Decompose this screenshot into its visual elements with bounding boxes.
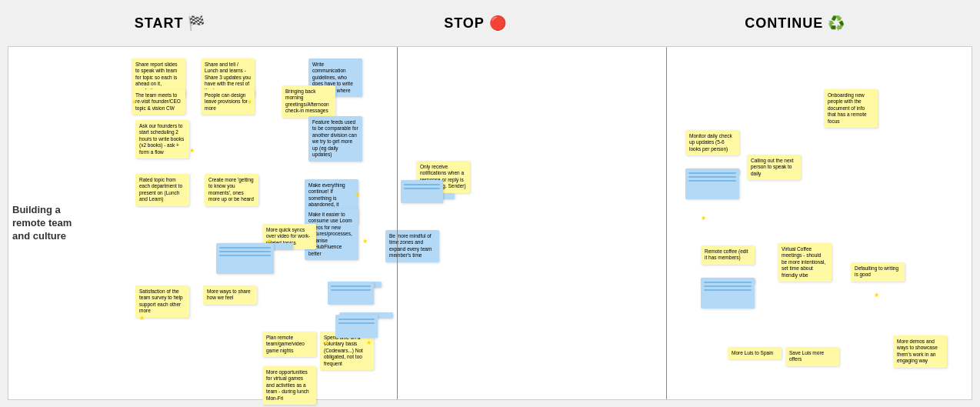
sticky-note-lines[interactable] — [685, 168, 739, 199]
sticky-note[interactable]: Feature feeds used to be comparable for … — [308, 116, 362, 162]
star-decoration: ★ — [874, 292, 879, 299]
sticky-note[interactable]: Rated topic from each department to pres… — [135, 174, 189, 206]
sticky-note-lines[interactable] — [216, 243, 274, 274]
sticky-note[interactable]: Ask our founders to start scheduling 2 h… — [135, 120, 189, 158]
sticky-note[interactable]: Save Luis more offers — [785, 347, 839, 366]
sticky-note[interactable]: More Luis to Spain — [728, 347, 782, 359]
sticky-note-lines[interactable] — [328, 282, 374, 305]
sticky-note-lines[interactable] — [401, 180, 443, 203]
star-decoration: ★ — [132, 98, 137, 105]
star-decoration: ★ — [139, 315, 145, 322]
sticky-note-lines[interactable] — [335, 315, 378, 338]
star-decoration: ★ — [355, 192, 360, 198]
stop-section: STOP 🔴 — [444, 15, 506, 32]
sticky-note[interactable]: Defaulting to writing is good — [851, 262, 905, 282]
sticky-note[interactable]: Plan remote team/game/video game nights — [262, 332, 316, 357]
sticky-note-lines[interactable] — [701, 278, 755, 309]
sticky-note[interactable]: Remote coffee (edit it has members) — [701, 245, 755, 265]
board: Building a remote team and culture Share… — [8, 46, 972, 400]
sticky-note[interactable]: Onboarding new people with the document … — [824, 89, 878, 128]
sticky-note[interactable]: More opportunities for virtual games and… — [262, 366, 316, 405]
sticky-note[interactable]: Monitor daily check up updates (5-6 look… — [685, 130, 739, 155]
continue-section: CONTINUE ♻️ — [745, 15, 845, 32]
sticky-note[interactable]: Calling out the next person to speak to … — [747, 155, 801, 180]
sticky-note[interactable]: The team meets to re-visit founder/CEO t… — [132, 89, 185, 115]
header: START 🏁 STOP 🔴 CONTINUE ♻️ — [0, 0, 980, 46]
sticky-note[interactable]: More ways to share how we feel — [203, 285, 257, 305]
star-decoration: ★ — [362, 238, 368, 245]
star-decoration: ★ — [366, 339, 372, 346]
start-section: START 🏁 — [135, 15, 206, 32]
star-decoration: ★ — [701, 215, 706, 222]
sticky-note[interactable]: Satisfaction of the team survey to help … — [135, 285, 189, 318]
column-divider — [666, 47, 667, 399]
column-divider — [397, 47, 398, 399]
sticky-note[interactable]: Be more mindful of time zones and expand… — [385, 230, 439, 262]
sticky-note[interactable]: Virtual Coffee meetings - should be more… — [778, 243, 832, 282]
star-decoration: ★ — [189, 147, 195, 154]
star-decoration: ★ — [324, 339, 329, 346]
sticky-note[interactable]: Bringing back morning greetings/Afternoo… — [282, 85, 335, 118]
sticky-note[interactable]: Create more 'getting to know you moments… — [205, 174, 258, 206]
sticky-note[interactable]: More demos and ways to showcase them's w… — [893, 335, 947, 368]
star-decoration: ★ — [247, 98, 252, 105]
